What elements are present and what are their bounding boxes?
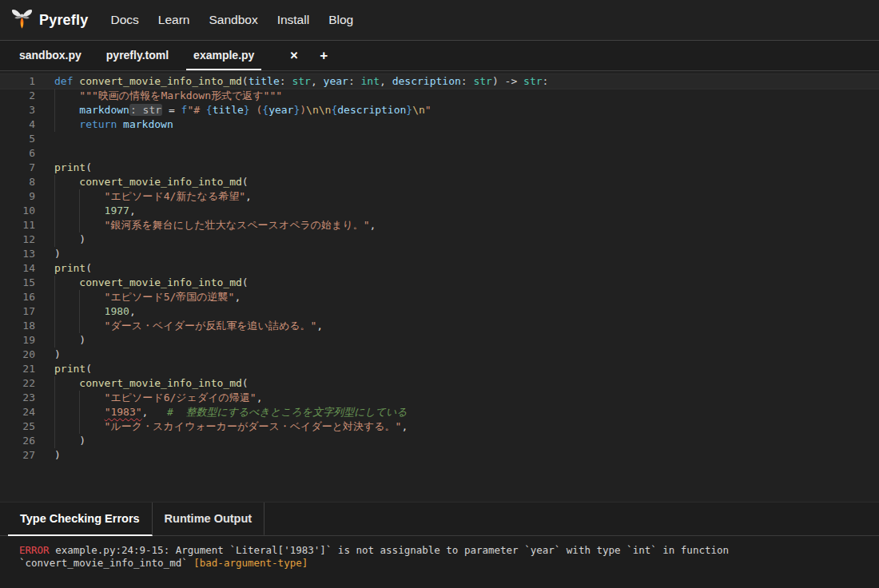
- brand[interactable]: Pyrefly: [11, 8, 88, 32]
- code-line-16[interactable]: 16 "エピソード5/帝国の逆襲",: [0, 290, 879, 304]
- nav-link-docs[interactable]: Docs: [110, 13, 138, 27]
- line-number: 13: [0, 247, 35, 261]
- code-text: "1983", # 整数型にするべきところを文字列型にしている: [54, 405, 879, 419]
- nav-link-sandbox[interactable]: Sandbox: [209, 13, 257, 27]
- code-text: ): [54, 448, 879, 463]
- code-line-9[interactable]: 9 "エピソード4/新たなる希望",: [0, 189, 879, 204]
- error-level-badge: ERROR: [19, 544, 50, 556]
- indent-guide: [54, 103, 55, 117]
- code-line-2[interactable]: 2 """映画の情報をMarkdown形式で返す""": [0, 89, 879, 103]
- code-line-12[interactable]: 12 ): [0, 232, 879, 247]
- file-tab-sandbox.py[interactable]: sandbox.py: [12, 41, 89, 70]
- code-line-5[interactable]: 5: [0, 132, 879, 146]
- file-tab-example.py[interactable]: example.py: [186, 41, 261, 70]
- close-tab-icon[interactable]: ✕: [280, 41, 308, 70]
- line-number: 25: [0, 419, 35, 434]
- brand-name: Pyrefly: [39, 12, 88, 29]
- code-text: [54, 132, 879, 146]
- indent-guide: [79, 391, 80, 405]
- indent-guide: [54, 376, 55, 391]
- line-number: 9: [0, 189, 35, 204]
- code-text: markdown: str = f"# {title} ({year})\n\n…: [54, 103, 879, 117]
- nav-links: DocsLearnSandboxInstallBlog: [110, 13, 353, 27]
- line-number: 6: [0, 146, 35, 161]
- code-line-7[interactable]: 7print(: [0, 161, 879, 175]
- indent-guide: [79, 304, 80, 319]
- line-number: 21: [0, 362, 35, 376]
- file-tab-pyrefly.toml[interactable]: pyrefly.toml: [99, 41, 176, 70]
- code-text: 1980,: [54, 304, 879, 319]
- code-line-20[interactable]: 20): [0, 348, 879, 362]
- code-line-25[interactable]: 25 "ルーク・スカイウォーカーがダース・ベイダーと対決する。",: [0, 419, 879, 434]
- line-number: 14: [0, 261, 35, 276]
- line-number: 24: [0, 405, 35, 419]
- indent-guide: [79, 319, 80, 333]
- code-line-18[interactable]: 18 "ダース・ベイダーが反乱軍を追い詰める。",: [0, 319, 879, 333]
- code-text: "ダース・ベイダーが反乱軍を追い詰める。",: [54, 319, 879, 333]
- indent-guide: [79, 218, 80, 232]
- indent-guide: [54, 204, 55, 218]
- code-text: "エピソード4/新たなる希望",: [54, 189, 879, 204]
- code-line-24[interactable]: 24 "1983", # 整数型にするべきところを文字列型にしている: [0, 405, 879, 419]
- code-line-6[interactable]: 6: [0, 146, 879, 161]
- code-line-4[interactable]: 4 return markdown: [0, 117, 879, 132]
- code-editor[interactable]: 1def convert_movie_info_into_md(title: s…: [0, 71, 879, 502]
- code-text: print(: [54, 362, 879, 376]
- indent-guide: [54, 290, 55, 304]
- indent-guide: [54, 189, 55, 204]
- indent-guide: [54, 232, 55, 247]
- nav-link-install[interactable]: Install: [277, 13, 310, 27]
- code-line-21[interactable]: 21print(: [0, 362, 879, 376]
- code-text: "ルーク・スカイウォーカーがダース・ベイダーと対決する。",: [54, 419, 879, 434]
- file-tabs: sandbox.pypyrefly.tomlexample.py: [12, 41, 272, 70]
- line-number: 4: [0, 117, 35, 132]
- line-number: 15: [0, 276, 35, 290]
- code-line-26[interactable]: 26 ): [0, 434, 879, 448]
- code-line-13[interactable]: 13): [0, 247, 879, 261]
- code-line-19[interactable]: 19 ): [0, 333, 879, 348]
- indent-guide: [54, 175, 55, 189]
- code-text: ): [54, 348, 879, 362]
- type-checking-output[interactable]: ERROR example.py:24:9-15: Argument `Lite…: [0, 536, 879, 570]
- indent-guide: [54, 434, 55, 448]
- line-number: 17: [0, 304, 35, 319]
- nav-link-learn[interactable]: Learn: [158, 13, 190, 27]
- code-text: convert_movie_info_into_md(: [54, 376, 879, 391]
- code-line-11[interactable]: 11 "銀河系を舞台にした壮大なスペースオペラの始まり。",: [0, 218, 879, 232]
- add-tab-icon[interactable]: +: [310, 41, 337, 70]
- code-line-1[interactable]: 1def convert_movie_info_into_md(title: s…: [0, 74, 879, 89]
- code-line-22[interactable]: 22 convert_movie_info_into_md(: [0, 376, 879, 391]
- code-text: [54, 146, 879, 161]
- bottom-tab-runtime-output[interactable]: Runtime Output: [153, 503, 265, 536]
- line-number: 11: [0, 218, 35, 232]
- indent-guide: [54, 276, 55, 290]
- code-line-8[interactable]: 8 convert_movie_info_into_md(: [0, 175, 879, 189]
- navbar: Pyrefly DocsLearnSandboxInstallBlog: [0, 0, 879, 41]
- code-text: ): [54, 232, 879, 247]
- line-number: 5: [0, 132, 35, 146]
- code-line-17[interactable]: 17 1980,: [0, 304, 879, 319]
- line-number: 19: [0, 333, 35, 348]
- indent-guide: [54, 218, 55, 232]
- code-line-14[interactable]: 14print(: [0, 261, 879, 276]
- code-line-10[interactable]: 10 1977,: [0, 204, 879, 218]
- code-line-3[interactable]: 3 markdown: str = f"# {title} ({year})\n…: [0, 103, 879, 117]
- indent-guide: [79, 290, 80, 304]
- code-line-15[interactable]: 15 convert_movie_info_into_md(: [0, 276, 879, 290]
- line-number: 27: [0, 448, 35, 463]
- file-tabbar: sandbox.pypyrefly.tomlexample.py ✕ +: [0, 41, 879, 71]
- code-text: print(: [54, 161, 879, 175]
- code-line-27[interactable]: 27): [0, 448, 879, 463]
- line-number: 16: [0, 290, 35, 304]
- indent-guide: [54, 89, 55, 103]
- line-number: 7: [0, 161, 35, 175]
- code-line-23[interactable]: 23 "エピソード6/ジェダイの帰還",: [0, 391, 879, 405]
- code-text: convert_movie_info_into_md(: [54, 276, 879, 290]
- indent-guide: [54, 419, 55, 434]
- indent-guide: [79, 204, 80, 218]
- bottom-tab-type-checking-errors[interactable]: Type Checking Errors: [8, 503, 153, 536]
- code-text: ): [54, 434, 879, 448]
- nav-link-blog[interactable]: Blog: [328, 13, 353, 27]
- bottom-tabs: Type Checking ErrorsRuntime Output: [0, 503, 879, 536]
- line-number: 26: [0, 434, 35, 448]
